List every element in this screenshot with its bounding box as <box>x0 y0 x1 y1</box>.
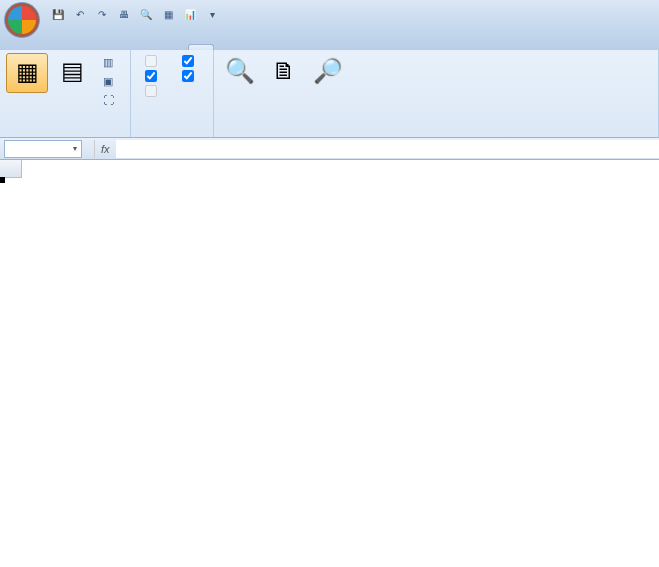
zoom-icon: 🔍 <box>224 55 256 87</box>
custom-views-icon: ▣ <box>100 73 116 89</box>
name-box[interactable] <box>4 140 82 158</box>
redo-icon[interactable]: ↷ <box>92 4 112 24</box>
qat-icon-2[interactable]: 📊 <box>180 4 200 24</box>
zoom-100-icon: 🗎 <box>268 55 300 87</box>
full-screen-icon: ⛶ <box>100 92 116 108</box>
preview-icon[interactable]: 🔍 <box>136 4 156 24</box>
select-all-corner[interactable] <box>0 160 22 178</box>
grid-checkbox[interactable] <box>145 70 162 82</box>
ribbon-tabs <box>0 28 659 50</box>
group-label-show <box>137 134 207 136</box>
page-layout-button[interactable]: ▤ <box>52 53 92 91</box>
headings-checkbox[interactable] <box>182 70 199 82</box>
group-label-zoom <box>220 134 652 136</box>
qat-dropdown-icon[interactable]: ▾ <box>202 4 222 24</box>
quick-access-toolbar: 💾 ↶ ↷ 🖶 🔍 ▦ 📊 ▾ <box>48 4 222 24</box>
normal-view-icon: ▦ <box>11 56 43 88</box>
fx-button[interactable]: fx <box>95 143 116 155</box>
zoom-button[interactable]: 🔍 <box>220 53 260 91</box>
undo-icon[interactable]: ↶ <box>70 4 90 24</box>
print-icon[interactable]: 🖶 <box>114 4 134 24</box>
page-break-button[interactable]: ▥ <box>96 53 124 71</box>
formula-bar-checkbox[interactable] <box>182 55 199 67</box>
zoom-selection-icon: 🔎 <box>312 55 344 87</box>
ribbon: ▦ ▤ ▥ ▣ ⛶ <box>0 50 659 138</box>
custom-views-button[interactable]: ▣ <box>96 72 124 90</box>
zoom-selection-button[interactable]: 🔎 <box>308 53 348 91</box>
group-label-views <box>6 134 124 136</box>
zoom-100-button[interactable]: 🗎 <box>264 53 304 91</box>
normal-view-button[interactable]: ▦ <box>6 53 48 93</box>
formula-bar: fx <box>0 138 659 160</box>
office-button[interactable] <box>4 2 40 38</box>
messages-checkbox[interactable] <box>145 85 162 97</box>
qat-icon-1[interactable]: ▦ <box>158 4 178 24</box>
ruler-checkbox[interactable] <box>145 55 162 67</box>
selection-border <box>0 178 4 182</box>
fx-separator <box>82 140 95 158</box>
page-break-icon: ▥ <box>100 54 116 70</box>
formula-input[interactable] <box>116 140 659 158</box>
full-screen-button[interactable]: ⛶ <box>96 91 124 109</box>
page-layout-icon: ▤ <box>56 55 88 87</box>
save-icon[interactable]: 💾 <box>48 4 68 24</box>
